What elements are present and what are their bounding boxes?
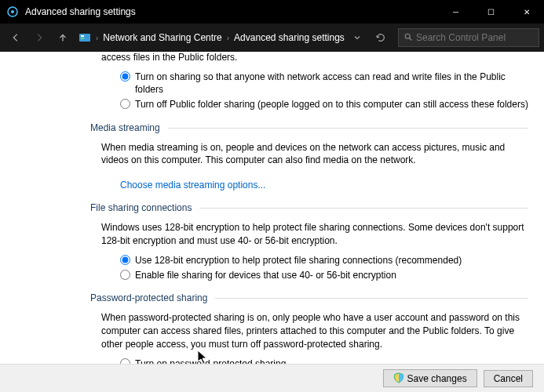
close-button[interactable]: ✕	[509, 0, 544, 24]
window-title: Advanced sharing settings	[25, 6, 438, 17]
public-folder-on-radio[interactable]	[120, 71, 130, 82]
password-sharing-desc: When password-protected sharing is on, o…	[101, 311, 528, 350]
chevron-right-icon: ›	[96, 34, 98, 42]
content-pane: access files in the Public folders. Turn…	[0, 52, 544, 364]
breadcrumb-advanced[interactable]: Advanced sharing settings	[234, 32, 345, 43]
encryption-4056-label[interactable]: Enable file sharing for devices that use…	[135, 269, 396, 281]
svg-line-6	[410, 38, 412, 41]
svg-point-1	[11, 10, 14, 13]
breadcrumb[interactable]: › Network and Sharing Centre › Advanced …	[78, 31, 345, 44]
search-icon	[403, 31, 413, 45]
search-input[interactable]	[416, 32, 534, 43]
maximize-button[interactable]: ☐	[473, 0, 509, 24]
cancel-button[interactable]: Cancel	[484, 370, 533, 387]
minimize-button[interactable]: ─	[438, 0, 473, 24]
public-folder-on-label[interactable]: Turn on sharing so that anyone with netw…	[135, 71, 528, 96]
svg-rect-3	[81, 35, 84, 37]
password-on-radio[interactable]	[120, 358, 130, 364]
password-sharing-heading: Password-protected sharing	[90, 292, 528, 303]
encryption-128-radio[interactable]	[120, 255, 130, 265]
footer: Save changes Cancel	[0, 364, 544, 392]
shield-icon	[393, 372, 404, 383]
settings-icon	[6, 5, 19, 18]
refresh-button[interactable]	[370, 27, 392, 49]
navbar: › Network and Sharing Centre › Advanced …	[0, 24, 544, 52]
svg-point-5	[405, 34, 410, 38]
control-panel-icon	[78, 31, 91, 44]
encryption-4056-radio[interactable]	[120, 270, 130, 280]
titlebar: Advanced sharing settings ─ ☐ ✕	[0, 0, 544, 24]
public-folder-off-radio[interactable]	[120, 99, 130, 109]
chevron-right-icon: ›	[227, 34, 229, 42]
media-streaming-heading: Media streaming	[90, 122, 528, 133]
breadcrumb-network[interactable]: Network and Sharing Centre	[103, 32, 221, 43]
truncated-text: access files in the Public folders.	[101, 52, 528, 63]
back-button[interactable]	[5, 27, 27, 49]
password-on-label[interactable]: Turn on password-protected sharing	[135, 358, 286, 364]
media-streaming-desc: When media streaming is on, people and d…	[101, 141, 528, 168]
file-sharing-heading: File sharing connections	[90, 202, 528, 213]
dropdown-history-button[interactable]	[346, 27, 368, 49]
save-changes-button[interactable]: Save changes	[383, 369, 477, 387]
svg-rect-4	[81, 38, 84, 39]
file-sharing-desc: Windows uses 128-bit encryption to help …	[101, 221, 528, 248]
media-streaming-link[interactable]: Choose media streaming options...	[120, 180, 265, 191]
public-folder-off-label[interactable]: Turn off Public folder sharing (people l…	[135, 98, 528, 111]
encryption-128-label[interactable]: Use 128-bit encryption to help protect f…	[135, 254, 462, 267]
forward-button[interactable]	[28, 27, 50, 49]
up-button[interactable]	[52, 27, 74, 49]
search-box[interactable]	[398, 28, 539, 47]
